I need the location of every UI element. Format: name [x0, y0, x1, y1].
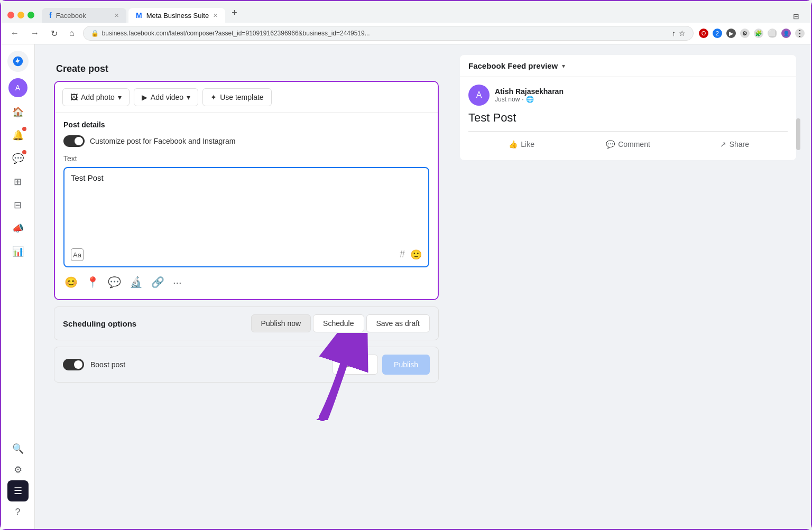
emoji-icon[interactable]: 🙂 — [410, 249, 422, 261]
add-video-button[interactable]: ▶ Add video ▾ — [134, 88, 198, 106]
ext-icon-2: ▶ — [726, 29, 736, 38]
like-label: Like — [521, 140, 534, 148]
schedule-buttons: Publish now Schedule Save as draft — [251, 314, 430, 332]
more-tool[interactable]: ··· — [173, 276, 182, 289]
toggle-knob — [75, 137, 83, 145]
avatar[interactable]: A — [8, 78, 27, 97]
schedule-button[interactable]: Schedule — [313, 314, 364, 332]
page-area: Create post 🖼 Add photo ▾ ▶ Add video — [35, 44, 811, 529]
comment-icon: 💬 — [606, 140, 615, 148]
emoji-tool[interactable]: 😊 — [64, 276, 78, 289]
preview-actions: 👍 Like 💬 Comment ↗ Share — [468, 131, 788, 153]
tag-tool[interactable]: 🔬 — [130, 276, 143, 289]
text-field-label: Text — [63, 154, 429, 163]
sidebar-item-messages[interactable]: 💬 — [7, 148, 29, 169]
scheduling-section: Scheduling options Publish now Schedule … — [54, 306, 439, 340]
share-icon: ↑ — [672, 29, 676, 38]
text-format-icon[interactable]: Aa — [71, 248, 84, 261]
composer-bottom-toolbar: 😊 📍 💬 🔬 🔗 ··· — [63, 273, 429, 292]
save-as-draft-button[interactable]: Save as draft — [366, 314, 430, 332]
preview-comment-button[interactable]: 💬 Comment — [575, 136, 681, 153]
preview-time: Just now — [495, 96, 520, 103]
use-template-button[interactable]: ✦ Use template — [202, 88, 271, 106]
customize-toggle[interactable] — [63, 135, 85, 147]
tab-meta-business[interactable]: M Meta Business Suite ✕ — [128, 8, 225, 23]
tab-facebook-label: Facebook — [56, 12, 86, 20]
profile-icon: 👤 — [781, 29, 791, 38]
maximize-button[interactable] — [27, 12, 34, 18]
address-text: business.facebook.com/latest/composer?as… — [102, 30, 669, 37]
preview-like-button[interactable]: 👍 Like — [468, 136, 575, 153]
preview-share-button[interactable]: ↗ Share — [681, 136, 788, 153]
minimize-button[interactable] — [17, 12, 24, 18]
sidebar-item-ads[interactable]: 📣 — [7, 218, 29, 239]
text-area-icons: # 🙂 — [400, 249, 422, 261]
meta-tab-icon: M — [136, 11, 142, 20]
post-details-section: Post details Customize post for Facebook… — [55, 113, 438, 299]
sidebar-item-search[interactable]: 🔍 — [7, 438, 29, 459]
customize-toggle-row: Customize post for Facebook and Instagra… — [63, 135, 429, 147]
tab-meta-label: Meta Business Suite — [146, 12, 209, 20]
ext-icon-3: ⚙ — [740, 29, 750, 38]
preview-panel: Facebook Feed preview ▾ A Atish Rajasekh… — [456, 55, 800, 518]
add-tab-button[interactable]: + — [227, 5, 242, 21]
sidebar-item-notifications[interactable]: 🔔 — [7, 125, 29, 146]
text-input[interactable]: Test Post — [71, 173, 422, 242]
preview-dot: · — [522, 96, 523, 103]
messenger-tool[interactable]: 💬 — [108, 276, 121, 289]
boost-toggle-knob — [74, 360, 82, 369]
meta-logo[interactable] — [7, 51, 29, 72]
browser-expand-icon: ⊟ — [793, 12, 799, 21]
publish-button[interactable]: Publish — [382, 355, 430, 375]
photo-dropdown-icon: ▾ — [118, 93, 122, 101]
preview-user-row: A Atish Rajasekharan Just now · 🌐 — [468, 85, 788, 106]
composer-toolbar: 🖼 Add photo ▾ ▶ Add video ▾ ✦ Use templa… — [55, 82, 438, 113]
preview-title: Facebook Feed preview — [468, 61, 558, 70]
share-label: Share — [730, 140, 749, 148]
hashtag-icon[interactable]: # — [400, 249, 405, 261]
tab-facebook[interactable]: f Facebook ✕ — [42, 8, 126, 23]
forward-button[interactable]: → — [27, 27, 42, 39]
sidebar-left: A 🏠 🔔 💬 ⊞ ⊟ 📣 📊 🔍 ⚙ ☰ ? — [1, 44, 35, 529]
back-button[interactable]: ← — [7, 27, 22, 39]
boost-section: Boost post Cancel Publish — [54, 347, 439, 383]
preview-username: Atish Rajasekharan — [495, 87, 564, 96]
close-button[interactable] — [7, 12, 14, 18]
sidebar-item-grid[interactable]: ⊞ — [7, 171, 29, 192]
publish-now-button[interactable]: Publish now — [251, 314, 311, 332]
sidebar-item-help[interactable]: ? — [7, 501, 29, 523]
share-icon: ↗ — [720, 140, 726, 148]
refresh-button[interactable]: ↻ — [48, 27, 61, 40]
preview-post-text: Test Post — [468, 111, 788, 125]
ext-icon-1: 2 — [713, 29, 722, 38]
sidebar-item-home[interactable]: 🏠 — [7, 101, 29, 123]
sidebar-item-analytics[interactable]: 📊 — [7, 241, 29, 262]
composer-box: 🖼 Add photo ▾ ▶ Add video ▾ ✦ Use templa… — [54, 81, 439, 300]
ext-icon-4: 🧩 — [754, 29, 763, 38]
sidebar-item-settings[interactable]: ⚙ — [7, 459, 29, 480]
photo-icon: 🖼 — [70, 93, 78, 101]
menu-icon[interactable]: ⋮ — [795, 29, 805, 38]
address-bar-row: ← → ↻ ⌂ 🔒 business.facebook.com/latest/c… — [1, 23, 811, 44]
cancel-button[interactable]: Cancel — [333, 355, 378, 375]
scrollbar-thumb[interactable] — [796, 118, 800, 150]
preview-user-info: Atish Rajasekharan Just now · 🌐 — [495, 87, 564, 103]
boost-label: Boost post — [90, 360, 326, 369]
location-tool[interactable]: 📍 — [86, 276, 99, 289]
tab-facebook-close[interactable]: ✕ — [114, 12, 119, 19]
preview-header: Facebook Feed preview ▾ — [460, 55, 796, 77]
home-nav-button[interactable]: ⌂ — [66, 27, 78, 39]
link-tool[interactable]: 🔗 — [151, 276, 164, 289]
like-icon: 👍 — [509, 140, 518, 148]
add-photo-button[interactable]: 🖼 Add photo ▾ — [62, 88, 130, 106]
tab-meta-close[interactable]: ✕ — [213, 12, 218, 19]
preview-meta: Just now · 🌐 — [495, 96, 564, 103]
sidebar-item-table[interactable]: ⊟ — [7, 194, 29, 216]
boost-toggle[interactable] — [63, 359, 84, 370]
text-area-footer: Aa # 🙂 — [71, 248, 422, 261]
text-area-wrapper: Test Post Aa # 🙂 — [63, 167, 429, 267]
address-bar[interactable]: 🔒 business.facebook.com/latest/composer?… — [83, 26, 694, 41]
preview-dropdown-icon[interactable]: ▾ — [562, 62, 565, 70]
customize-label: Customize post for Facebook and Instagra… — [90, 137, 235, 145]
sidebar-item-menu[interactable]: ☰ — [7, 480, 29, 501]
